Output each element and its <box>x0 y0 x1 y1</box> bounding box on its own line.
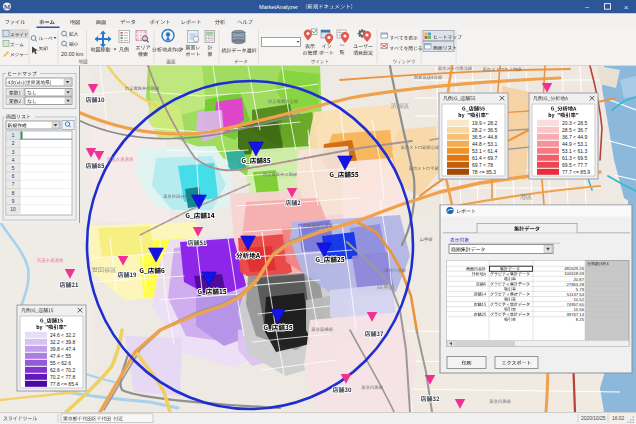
svg-text:32.2 < 39.8: 32.2 < 39.8 <box>50 339 75 345</box>
svg-text:47.4 < 55: 47.4 < 55 <box>50 353 71 359</box>
svg-text:8: 8 <box>12 191 15 196</box>
svg-text:5: 5 <box>12 166 15 171</box>
svg-text:28.5 < 36.7: 28.5 < 36.7 <box>562 127 587 133</box>
svg-text:53.1 < 61.3: 53.1 < 61.3 <box>562 148 587 154</box>
svg-text:7: 7 <box>12 182 15 187</box>
svg-text:4: 4 <box>12 158 15 163</box>
svg-text:77.7 <= 85.9: 77.7 <= 85.9 <box>562 169 590 175</box>
svg-text:M: M <box>4 3 11 11</box>
svg-text:77.8 <= 85.4: 77.8 <= 85.4 <box>50 381 78 387</box>
svg-text:78 <= 85.3: 78 <= 85.3 <box>472 169 496 175</box>
svg-text:6: 6 <box>12 174 15 179</box>
svg-text:62.6 < 70.2: 62.6 < 70.2 <box>50 367 75 373</box>
svg-text:20.3 < 28.5: 20.3 < 28.5 <box>562 120 587 126</box>
svg-text:28.2 < 36.5: 28.2 < 36.5 <box>472 127 497 133</box>
svg-text:24.6 < 32.2: 24.6 < 32.2 <box>50 332 75 338</box>
svg-text:53.1 < 61.4: 53.1 < 61.4 <box>472 148 497 154</box>
svg-text:36.5 < 44.8: 36.5 < 44.8 <box>472 134 497 140</box>
svg-text:3: 3 <box>12 150 15 155</box>
svg-text:61.4 < 69.7: 61.4 < 69.7 <box>472 155 497 161</box>
svg-text:69.7 < 78: 69.7 < 78 <box>472 162 493 168</box>
svg-text:1: 1 <box>12 133 15 138</box>
svg-text:55 < 62.6: 55 < 62.6 <box>50 360 71 366</box>
svg-text:44.9 < 53.1: 44.9 < 53.1 <box>562 141 587 147</box>
svg-text:61.3 < 69.5: 61.3 < 69.5 <box>562 155 587 161</box>
svg-text:16:02: 16:02 <box>612 416 625 421</box>
svg-text:39.8 < 47.4: 39.8 < 47.4 <box>50 346 75 352</box>
svg-text:9: 9 <box>12 199 15 204</box>
svg-text:20.00 km: 20.00 km <box>61 51 84 57</box>
svg-text:MarketAnalyzer: MarketAnalyzer <box>259 4 298 10</box>
svg-text:2: 2 <box>12 141 15 146</box>
svg-text:×: × <box>624 3 629 12</box>
svg-text:19.9 < 28.2: 19.9 < 28.2 <box>472 120 497 126</box>
svg-text:70.2 < 77.8: 70.2 < 77.8 <box>50 374 75 380</box>
svg-text:69.5 < 77.7: 69.5 < 77.7 <box>562 162 587 168</box>
svg-text:2020/10/25: 2020/10/25 <box>581 416 606 421</box>
svg-text:10: 10 <box>10 207 16 212</box>
svg-text:36.7 < 44.9: 36.7 < 44.9 <box>562 134 587 140</box>
svg-text:8.25: 8.25 <box>576 317 585 322</box>
svg-text:44.8 < 53.1: 44.8 < 53.1 <box>472 141 497 147</box>
